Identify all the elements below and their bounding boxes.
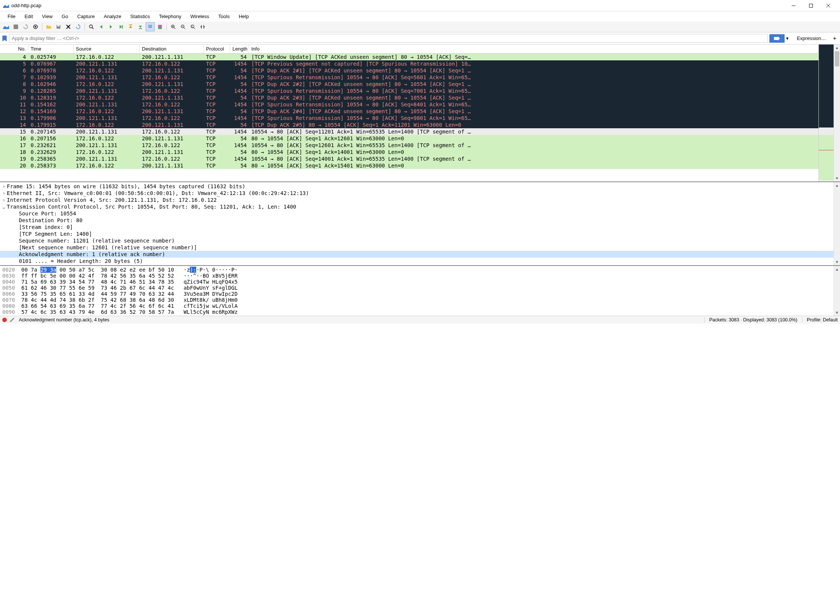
packet-scrollbar[interactable]: ▲ ▼ [834, 45, 840, 181]
open-file-icon[interactable] [44, 22, 53, 31]
col-header-info[interactable]: Info [249, 45, 818, 53]
zoom-out-icon[interactable] [178, 22, 188, 31]
col-header-source[interactable]: Source [74, 45, 140, 53]
packet-row[interactable]: 200.258373172.16.0.122200.121.1.131TCP54… [0, 162, 818, 169]
go-back-icon[interactable] [97, 22, 106, 31]
tree-ethernet[interactable]: Ethernet II, Src: Vmware_c0:00:01 (00:50… [0, 190, 834, 197]
maximize-button[interactable] [802, 0, 820, 11]
wireshark-logo-icon[interactable] [2, 22, 11, 31]
tree-frame[interactable]: Frame 15: 1454 bytes on wire (11632 bits… [0, 183, 834, 190]
menu-help[interactable]: Help [234, 12, 254, 21]
zoom-reset-icon[interactable]: 1 [188, 22, 197, 31]
packet-row[interactable]: 50.076967200.121.1.131172.16.0.122TCP145… [0, 60, 818, 67]
packet-row[interactable]: 160.207156172.16.0.122200.121.1.131TCP54… [0, 135, 818, 142]
col-header-protocol[interactable]: Protocol [204, 45, 230, 53]
close-button[interactable] [820, 0, 837, 11]
hex-line[interactable]: 0060 33 56 75 35 65 61 33 4d 44 59 77 49… [2, 291, 831, 297]
tree-stream-index[interactable]: [Stream index: 0] [0, 224, 834, 230]
details-scrollbar[interactable]: ▲ ▼ [834, 182, 840, 265]
tree-src-port[interactable]: Source Port: 10554 [0, 210, 834, 217]
menu-telephony[interactable]: Telephony [154, 12, 186, 21]
packet-row[interactable]: 180.232629172.16.0.122200.121.1.131TCP54… [0, 149, 818, 155]
tree-ip[interactable]: Internet Protocol Version 4, Src: 200.12… [0, 197, 834, 203]
hex-line[interactable]: 0070 78 4c 44 4d 74 38 6b 2f 75 42 68 38… [2, 297, 831, 303]
scroll-down-icon[interactable]: ▼ [834, 175, 840, 181]
tree-segment-len[interactable]: [TCP Segment Len: 1400] [0, 230, 834, 237]
packet-row[interactable]: 120.154169172.16.0.122200.121.1.131TCP54… [0, 108, 818, 115]
save-file-icon[interactable] [54, 22, 63, 31]
packet-row[interactable]: 140.179915172.16.0.122200.121.1.131TCP54… [0, 121, 818, 128]
bookmark-icon[interactable] [2, 35, 8, 41]
menu-file[interactable]: File [3, 12, 20, 21]
packet-row[interactable]: 80.102946172.16.0.122200.121.1.131TCP54[… [0, 81, 818, 88]
edit-icon[interactable] [9, 317, 15, 323]
packet-row[interactable]: 90.128285200.121.1.131172.16.0.122TCP145… [0, 88, 818, 94]
col-header-no[interactable]: No. [0, 45, 28, 53]
menu-tools[interactable]: Tools [214, 12, 234, 21]
minimize-button[interactable] [785, 0, 802, 11]
tree-dst-port[interactable]: Destination Port: 80 [0, 217, 834, 224]
scroll-down-icon[interactable]: ▼ [834, 309, 840, 316]
cell-source: 172.16.0.122 [74, 108, 140, 114]
menu-analyze[interactable]: Analyze [99, 12, 126, 21]
go-to-packet-icon[interactable] [116, 22, 125, 31]
hex-scrollbar[interactable]: ▲ ▼ [834, 266, 840, 316]
scroll-thumb[interactable] [835, 51, 839, 66]
scroll-down-icon[interactable]: ▼ [834, 259, 840, 265]
scroll-up-icon[interactable]: ▲ [834, 45, 840, 51]
hex-dump[interactable]: 0020 00 7a 29 3a 00 50 a7 5c 30 08 e2 e2… [0, 266, 834, 316]
tree-next-seq[interactable]: [Next sequence number: 12601 (relative s… [0, 244, 834, 251]
expert-info-led-icon[interactable] [2, 318, 7, 322]
packet-row[interactable]: 100.128319172.16.0.122200.121.1.131TCP54… [0, 94, 818, 101]
find-packet-icon[interactable] [87, 22, 96, 31]
tree-header-len[interactable]: 0101 .... = Header Length: 20 bytes (5) [0, 258, 834, 264]
menu-go[interactable]: Go [57, 12, 72, 21]
hex-line[interactable]: 0020 00 7a 29 3a 00 50 a7 5c 30 08 e2 e2… [2, 267, 831, 273]
hex-line[interactable]: 0050 61 62 46 30 77 55 6e 59 73 46 2b 67… [2, 285, 831, 291]
packet-row[interactable]: 60.076978172.16.0.122200.121.1.131TCP54[… [0, 67, 818, 74]
resize-columns-icon[interactable] [198, 22, 207, 31]
go-first-icon[interactable] [126, 22, 135, 31]
hex-line[interactable]: 0040 71 5a 69 63 39 34 54 77 48 4c 71 46… [2, 279, 831, 285]
menu-capture[interactable]: Capture [73, 12, 99, 21]
menu-wireless[interactable]: Wireless [186, 12, 214, 21]
colorize-icon[interactable] [155, 22, 165, 31]
filter-dropdown-icon[interactable]: ▾ [786, 35, 792, 41]
close-file-icon[interactable] [64, 22, 73, 31]
col-header-length[interactable]: Length [230, 45, 249, 53]
hex-line[interactable]: 0090 57 4c 6c 35 63 43 79 4e 6d 63 36 52… [2, 309, 831, 315]
menu-view[interactable]: View [37, 12, 57, 21]
auto-scroll-icon[interactable] [146, 22, 155, 31]
packet-row[interactable]: 170.232621200.121.1.131172.16.0.122TCP14… [0, 142, 818, 149]
go-last-icon[interactable] [136, 22, 145, 31]
packet-row[interactable]: 150.207145200.121.1.131172.16.0.122TCP14… [0, 128, 818, 135]
go-forward-icon[interactable] [106, 22, 115, 31]
reload-icon[interactable] [74, 22, 83, 31]
apply-filter-button[interactable] [769, 34, 785, 43]
col-header-destination[interactable]: Destination [140, 45, 204, 53]
tree-tcp[interactable]: Transmission Control Protocol, Src Port:… [0, 203, 834, 210]
tree-ack-number[interactable]: Acknowledgment number: 1 (relative ack n… [0, 251, 834, 258]
stop-capture-icon[interactable] [11, 22, 20, 31]
packet-row[interactable]: 70.102939200.121.1.131172.16.0.122TCP145… [0, 74, 818, 81]
hex-line[interactable]: 0080 63 66 54 63 69 35 6a 77 77 4c 2f 56… [2, 303, 831, 309]
tree-seq-number[interactable]: Sequence number: 11201 (relative sequenc… [0, 237, 834, 244]
scroll-up-icon[interactable]: ▲ [834, 182, 840, 189]
restart-capture-icon[interactable] [21, 22, 30, 31]
scroll-up-icon[interactable]: ▲ [834, 266, 840, 272]
packet-row[interactable]: 40.025749172.16.0.122200.121.1.131TCP54[… [0, 54, 818, 60]
status-profile[interactable]: Profile: Default [802, 317, 838, 323]
packet-row[interactable]: 110.154162200.121.1.131172.16.0.122TCP14… [0, 101, 818, 108]
menu-statistics[interactable]: Statistics [126, 12, 154, 21]
packet-row[interactable]: 190.258365200.121.1.131172.16.0.122TCP14… [0, 155, 818, 162]
packet-row[interactable]: 130.179906200.121.1.131172.16.0.122TCP14… [0, 115, 818, 121]
menu-edit[interactable]: Edit [20, 12, 37, 21]
expression-button[interactable]: Expression… [794, 34, 829, 43]
col-header-time[interactable]: Time [28, 45, 74, 53]
display-filter-input[interactable] [9, 34, 768, 43]
capture-options-icon[interactable] [31, 22, 40, 31]
hex-line[interactable]: 0030 ff ff bc 5e 00 00 42 4f 78 42 56 35… [2, 273, 831, 279]
packet-minimap[interactable] [818, 45, 834, 181]
add-filter-button[interactable]: + [831, 35, 838, 42]
zoom-in-icon[interactable] [169, 22, 178, 31]
